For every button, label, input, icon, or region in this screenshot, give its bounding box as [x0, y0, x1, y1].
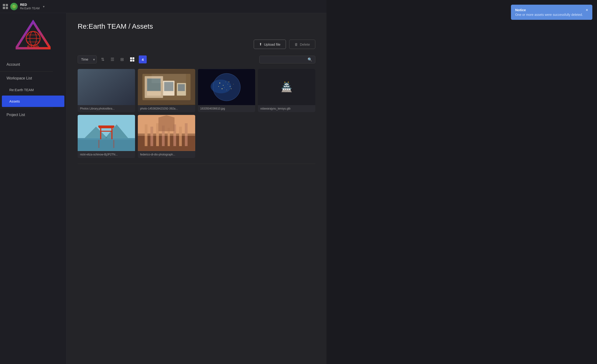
asset-name: nicki-eliza-schinow-BjJP2TN... [78, 151, 135, 158]
svg-rect-43 [99, 127, 114, 128]
grid-large-view-icon[interactable] [128, 56, 136, 63]
main-content: Re:Earth TEAM / Assets ⬆ Upload file 🗑 D… [66, 13, 327, 364]
svg-rect-61 [158, 117, 174, 131]
sort-wrapper: Time Name Size [78, 55, 97, 63]
asset-name: federico-di-dio-photograph... [138, 151, 195, 158]
svg-point-32 [226, 90, 227, 90]
topbar-info: RED Re:Earth TEAM [20, 3, 40, 10]
toolbar-right: 🔍 [259, 56, 315, 63]
svg-rect-7 [130, 57, 132, 59]
svg-rect-8 [133, 57, 134, 59]
asset-card[interactable]: Photos Library.photoslibra... [78, 69, 135, 112]
selection-count-badge: 4 [139, 55, 147, 63]
svg-point-33 [231, 88, 232, 89]
upload-file-button[interactable]: ⬆ Upload file [254, 40, 286, 49]
divider [0, 71, 53, 71]
svg-rect-47 [78, 140, 135, 151]
sidebar-item-account[interactable]: Account [0, 59, 66, 70]
delete-button[interactable]: 🗑 Delete [289, 40, 315, 49]
grid-small-view-icon[interactable]: ⊞ [118, 55, 126, 63]
svg-rect-21 [152, 74, 186, 83]
svg-point-31 [221, 88, 222, 89]
sort-direction-icon[interactable]: ⇅ [99, 55, 106, 63]
sidebar-nav: Account Workspace List Re:Earth TEAM Ass… [0, 57, 66, 123]
sidebar: R:Earth Account Workspace List Re:Earth … [0, 13, 66, 364]
svg-rect-20 [178, 84, 185, 91]
avatar: 🟢 [10, 3, 18, 10]
svg-point-36 [225, 82, 226, 82]
trash-icon: 🗑 [295, 42, 298, 46]
bottom-divider [78, 163, 315, 164]
svg-point-27 [223, 85, 223, 86]
asset-grid: Photos Library.photoslibra... [78, 69, 315, 158]
svg-point-30 [224, 87, 225, 88]
svg-point-37 [228, 82, 229, 82]
asset-card[interactable]: 1633504036610.jpg [198, 69, 255, 112]
svg-point-29 [230, 86, 230, 87]
asset-card[interactable]: photo-1453828423292-392a... [138, 69, 195, 112]
svg-rect-9 [130, 60, 132, 62]
search-icon: 🔍 [308, 57, 312, 62]
svg-rect-42 [98, 126, 114, 127]
svg-rect-10 [133, 60, 134, 62]
svg-rect-45 [111, 128, 113, 139]
svg-rect-48 [98, 140, 99, 148]
search-input[interactable] [262, 58, 306, 61]
topbar: 🟢 RED Re:Earth TEAM ▾ [0, 0, 327, 13]
asset-card[interactable]: federico-di-dio-photograph... [138, 115, 195, 158]
topbar-name: RED [20, 3, 40, 7]
svg-point-24 [211, 80, 231, 93]
asset-name: Photos Library.photoslibra... [78, 105, 135, 112]
asset-card[interactable]: 🏯odawarajyou_tensyu.glb [258, 69, 315, 112]
svg-rect-46 [101, 131, 112, 132]
toolbar-left: Time Name Size ⇅ ☰ ⊞ 4 [78, 55, 147, 63]
toolbar: Time Name Size ⇅ ☰ ⊞ 4 [78, 55, 315, 63]
chevron-down-icon[interactable]: ▾ [43, 5, 45, 8]
svg-point-35 [218, 86, 219, 87]
svg-rect-44 [100, 128, 101, 139]
search-box: 🔍 [259, 56, 315, 63]
svg-text:R:Earth: R:Earth [27, 45, 39, 48]
asset-name: photo-1453828423292-392a... [138, 105, 195, 112]
asset-name: odawarajyou_tensyu.glb [258, 105, 315, 112]
svg-rect-49 [113, 140, 114, 148]
sort-select[interactable]: Time Name Size [78, 55, 97, 63]
sidebar-item-team[interactable]: Re:Earth TEAM [0, 84, 66, 96]
svg-point-28 [227, 84, 228, 84]
svg-rect-18 [164, 82, 173, 91]
apps-icon[interactable] [3, 4, 8, 9]
sidebar-item-assets[interactable]: Assets [2, 96, 64, 107]
logo: R:Earth [15, 19, 52, 51]
list-view-icon[interactable]: ☰ [109, 55, 116, 63]
upload-icon: ⬆ [259, 42, 262, 46]
sidebar-item-workspace[interactable]: Workspace List [0, 72, 66, 84]
topbar-team: Re:Earth TEAM [20, 7, 40, 10]
asset-card[interactable]: nicki-eliza-schinow-BjJP2TN... [78, 115, 135, 158]
page-title: Re:Earth TEAM / Assets [78, 22, 315, 30]
svg-point-26 [219, 83, 220, 83]
layout: R:Earth Account Workspace List Re:Earth … [0, 13, 327, 364]
asset-name: 1633504036610.jpg [198, 105, 255, 112]
svg-point-34 [233, 84, 234, 84]
sidebar-item-project[interactable]: Project List [0, 109, 66, 121]
